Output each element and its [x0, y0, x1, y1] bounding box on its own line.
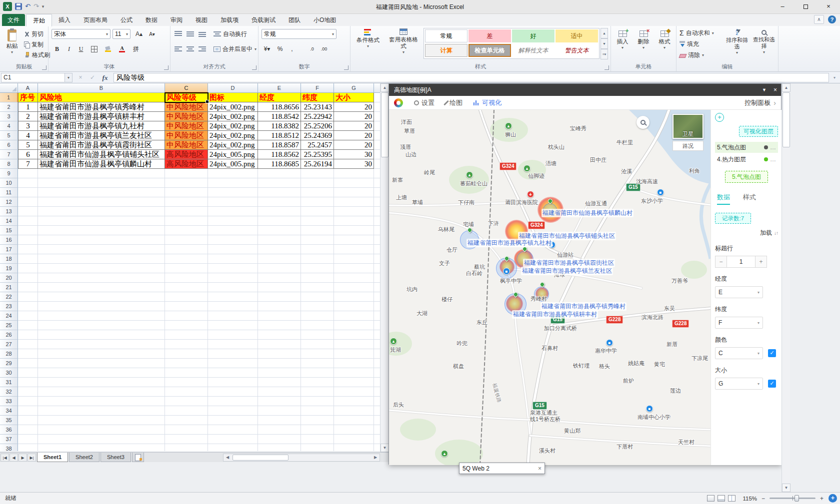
style-chip-1[interactable]: 差: [468, 29, 511, 42]
cell-B15[interactable]: [38, 226, 165, 235]
ribbon-tab-2[interactable]: 页面布局: [77, 14, 114, 26]
gallery-down-icon[interactable]: ▼: [600, 38, 608, 49]
row-header-1[interactable]: 1: [0, 93, 18, 102]
cell-B9[interactable]: [38, 169, 165, 178]
risk-point-label-5[interactable]: 福建省莆田市游县枫亭镇秀峰村: [540, 302, 626, 311]
cell-B17[interactable]: [38, 245, 165, 254]
cell-B30[interactable]: [38, 368, 165, 378]
font-size-select[interactable]: 11▾: [112, 29, 130, 39]
risk-point-label-2[interactable]: 福建省莆田市游县枫亭镇九社村: [466, 239, 552, 247]
row-header-37[interactable]: 37: [0, 435, 18, 444]
cell-C20[interactable]: [165, 273, 208, 283]
cell-F15[interactable]: [301, 226, 334, 235]
ribbon-tab-9[interactable]: 团队: [282, 14, 307, 26]
cell-C16[interactable]: [165, 235, 208, 245]
row-header-7[interactable]: 7: [0, 150, 18, 159]
cell-B29[interactable]: [38, 359, 165, 368]
cell-C6[interactable]: 中风险地区: [165, 140, 208, 150]
floating-popup[interactable]: 5Q Web 2 ×: [459, 463, 545, 474]
cell-C31[interactable]: [165, 378, 208, 387]
close-button[interactable]: ×: [817, 0, 840, 14]
cell-C17[interactable]: [165, 245, 208, 254]
cell-C4[interactable]: 中风险地区: [165, 121, 208, 131]
traffic-toggle[interactable]: 路况: [672, 141, 704, 151]
stepper-plus-icon[interactable]: +: [755, 256, 767, 268]
cell-B37[interactable]: [38, 435, 165, 444]
scroll-up-icon[interactable]: ▲: [380, 83, 389, 92]
cell-E18[interactable]: [258, 254, 301, 264]
cell-F12[interactable]: [301, 197, 334, 207]
cell-E16[interactable]: [258, 235, 301, 245]
cell-G27[interactable]: [334, 340, 374, 349]
cell-G3[interactable]: 20: [334, 112, 374, 121]
cell-E28[interactable]: [258, 349, 301, 359]
align-right-icon[interactable]: [196, 44, 208, 54]
prev-sheet-icon[interactable]: ◀: [10, 454, 18, 462]
cell-A19[interactable]: [18, 264, 38, 273]
cell-F38[interactable]: [301, 444, 334, 451]
scroll-up-icon[interactable]: ▲: [782, 83, 790, 92]
cell-A5[interactable]: 4: [18, 131, 38, 140]
cell-A14[interactable]: [18, 216, 38, 226]
cell-F23[interactable]: [301, 302, 334, 311]
row-header-28[interactable]: 28: [0, 349, 18, 359]
cell-A8[interactable]: 7: [18, 159, 38, 169]
row-header-20[interactable]: 20: [0, 273, 18, 283]
cell-G31[interactable]: [334, 378, 374, 387]
clipboard-dialog-launcher[interactable]: [42, 65, 46, 70]
row-header-5[interactable]: 5: [0, 131, 18, 140]
cell-G4[interactable]: 20: [334, 121, 374, 131]
cell-F36[interactable]: [301, 425, 334, 435]
map-close-icon[interactable]: ×: [774, 86, 777, 93]
field-select-4[interactable]: G▾: [715, 378, 763, 390]
cell-B34[interactable]: [38, 406, 165, 416]
row-header-11[interactable]: 11: [0, 188, 18, 197]
map-tab-2[interactable]: 可视化: [474, 98, 502, 107]
cell-E22[interactable]: [258, 292, 301, 302]
select-all-corner[interactable]: [0, 83, 18, 93]
cell-G34[interactable]: [334, 406, 374, 416]
row-header-12[interactable]: 12: [0, 197, 18, 207]
cell-E23[interactable]: [258, 302, 301, 311]
cell-A27[interactable]: [18, 340, 38, 349]
cell-A28[interactable]: [18, 349, 38, 359]
name-box[interactable]: C1: [1, 73, 65, 82]
cell-E11[interactable]: [258, 188, 301, 197]
tab-data[interactable]: 数据: [717, 193, 730, 205]
cell-G15[interactable]: [334, 226, 374, 235]
normal-view-icon[interactable]: [707, 495, 714, 502]
style-chip-0[interactable]: 常规: [425, 29, 468, 42]
cell-C5[interactable]: 中风险地区: [165, 131, 208, 140]
align-middle-icon[interactable]: [184, 29, 196, 39]
column-header-B[interactable]: B: [38, 83, 165, 93]
cell-G32[interactable]: [334, 387, 374, 397]
align-top-icon[interactable]: [172, 29, 184, 39]
cell-D33[interactable]: [208, 397, 258, 406]
cell-C21[interactable]: [165, 283, 208, 292]
map-window-titlebar[interactable]: 高德地图[例]A: [389, 84, 781, 96]
cell-B38[interactable]: [38, 444, 165, 451]
cell-G17[interactable]: [334, 245, 374, 254]
accounting-format-icon[interactable]: ¥▾: [262, 44, 272, 54]
cell-B33[interactable]: [38, 397, 165, 406]
row-header-33[interactable]: 33: [0, 397, 18, 406]
merge-center-button[interactable]: 合并后居中▾: [214, 44, 256, 54]
cell-D7[interactable]: 24pix_005.png: [208, 150, 258, 159]
borders-icon[interactable]: [88, 44, 100, 54]
cell-B35[interactable]: [38, 416, 165, 425]
cell-F24[interactable]: [301, 311, 334, 321]
cell-G26[interactable]: [334, 330, 374, 340]
save-icon[interactable]: [15, 3, 22, 10]
row-header-17[interactable]: 17: [0, 245, 18, 254]
cell-B23[interactable]: [38, 302, 165, 311]
cell-E35[interactable]: [258, 416, 301, 425]
cell-F22[interactable]: [301, 292, 334, 302]
cell-A37[interactable]: [18, 435, 38, 444]
cell-G14[interactable]: [334, 216, 374, 226]
cell-G28[interactable]: [334, 349, 374, 359]
zoom-slider[interactable]: [770, 498, 816, 499]
style-chip-5[interactable]: 检查单元格: [468, 44, 511, 57]
cell-G25[interactable]: [334, 321, 374, 330]
cell-B13[interactable]: [38, 207, 165, 216]
cell-D37[interactable]: [208, 435, 258, 444]
